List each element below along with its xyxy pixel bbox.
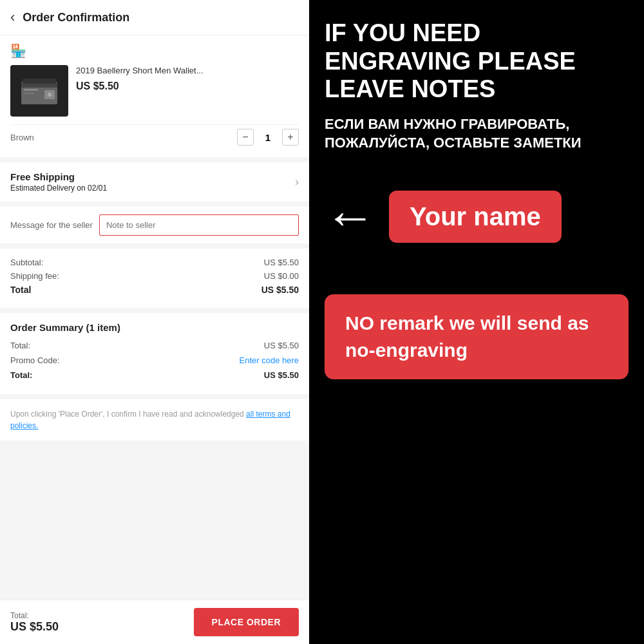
arrow-name-row: ← Your name <box>325 191 629 243</box>
quantity-row: Brown − 1 + <box>10 124 299 149</box>
shipping-subtitle: Estimated Delivery on 02/01 <box>10 184 107 193</box>
product-price: US $5.50 <box>76 80 299 92</box>
order-summary-section: Order Summary (1 item) Total: US $5.50 P… <box>0 313 309 394</box>
terms-text: Upon clicking 'Place Order', I confirm I… <box>10 408 299 431</box>
footer-total: Total: US $5.50 <box>10 611 59 634</box>
product-section: 🏪 2019 Bael <box>0 35 309 157</box>
svg-rect-4 <box>24 89 38 91</box>
note-to-seller-input[interactable] <box>99 214 299 236</box>
page-title: Order Confirmation <box>23 11 129 24</box>
terms-section: Upon clicking 'Place Order', I confirm I… <box>0 399 309 440</box>
total-label: Total <box>10 285 31 295</box>
total-value: US $5.50 <box>261 285 299 295</box>
promo-code-link[interactable]: Enter code here <box>239 355 299 365</box>
footer-total-value: US $5.50 <box>10 620 59 634</box>
message-label: Message for the seller <box>10 220 93 230</box>
summary-total-row: Total: US $5.50 <box>10 341 299 350</box>
your-name-label: Your name <box>410 202 541 231</box>
left-panel: ‹ Order Confirmation 🏪 <box>0 0 309 644</box>
grand-total-label: Total: <box>10 370 32 380</box>
grand-total-row: Total: US $5.50 <box>10 370 299 380</box>
shipping-info: Free Shipping Estimated Delivery on 02/0… <box>10 171 107 193</box>
no-remark-badge: NO remark we will send as no-engraving <box>325 294 629 379</box>
shipping-row: Free Shipping Estimated Delivery on 02/0… <box>10 171 299 193</box>
quantity-increase-button[interactable]: + <box>282 129 299 146</box>
product-image <box>10 65 68 117</box>
content-area: 🏪 2019 Bael <box>0 35 309 600</box>
totals-section: Subtotal: US $5.50 Shipping fee: US $0.0… <box>0 249 309 308</box>
shipping-fee-value: US $0.00 <box>264 271 299 281</box>
store-row: 🏪 <box>10 43 299 59</box>
your-name-badge: Your name <box>389 191 562 243</box>
message-section: Message for the seller <box>0 207 309 243</box>
shipping-fee-label: Shipping fee: <box>10 271 59 281</box>
right-panel: IF YOU NEED ENGRAVING PLEASE LEAVE NOTES… <box>309 0 644 644</box>
wallet-illustration <box>20 75 59 107</box>
product-name: 2019 Baellerry Short Men Wallet... <box>76 65 299 77</box>
no-remark-text: NO remark we will send as no-engraving <box>345 310 608 364</box>
subtotal-row: Subtotal: US $5.50 <box>10 258 299 267</box>
total-row: Total US $5.50 <box>10 285 299 295</box>
subtotal-value: US $5.50 <box>264 258 299 267</box>
chevron-right-icon: › <box>295 175 299 189</box>
place-order-button[interactable]: PLACE ORDER <box>194 608 299 636</box>
promo-code-row: Promo Code: Enter code here <box>10 355 299 365</box>
engraving-title: IF YOU NEED ENGRAVING PLEASE LEAVE NOTES <box>325 19 629 104</box>
product-row: 2019 Baellerry Short Men Wallet... US $5… <box>10 65 299 117</box>
arrow-left-icon: ← <box>325 191 376 243</box>
engraving-russian-text: ЕСЛИ ВАМ НУЖНО ГРАВИРОВАТЬ, ПОЖАЛУЙСТА, … <box>325 115 629 152</box>
product-info: 2019 Baellerry Short Men Wallet... US $5… <box>76 65 299 92</box>
footer-total-label: Total: <box>10 611 59 620</box>
footer: Total: US $5.50 PLACE ORDER <box>0 600 309 644</box>
summary-total-label: Total: <box>10 341 30 350</box>
svg-point-3 <box>48 93 52 97</box>
shipping-section: Free Shipping Estimated Delivery on 02/0… <box>0 162 309 202</box>
svg-rect-7 <box>23 79 56 84</box>
back-button[interactable]: ‹ <box>10 10 15 24</box>
promo-code-label: Promo Code: <box>10 355 60 365</box>
shipping-title: Free Shipping <box>10 171 107 182</box>
quantity-value: 1 <box>261 132 274 143</box>
shipping-fee-row: Shipping fee: US $0.00 <box>10 271 299 281</box>
summary-title: Order Summary (1 item) <box>10 322 299 333</box>
color-label: Brown <box>10 133 229 142</box>
summary-total-value: US $5.50 <box>264 341 299 350</box>
grand-total-value: US $5.50 <box>264 370 299 380</box>
terms-static-text: Upon clicking 'Place Order', I confirm I… <box>10 410 246 419</box>
svg-rect-5 <box>24 93 34 94</box>
header: ‹ Order Confirmation <box>0 0 309 35</box>
subtotal-label: Subtotal: <box>10 258 43 267</box>
store-icon: 🏪 <box>10 43 26 59</box>
quantity-decrease-button[interactable]: − <box>237 129 254 146</box>
